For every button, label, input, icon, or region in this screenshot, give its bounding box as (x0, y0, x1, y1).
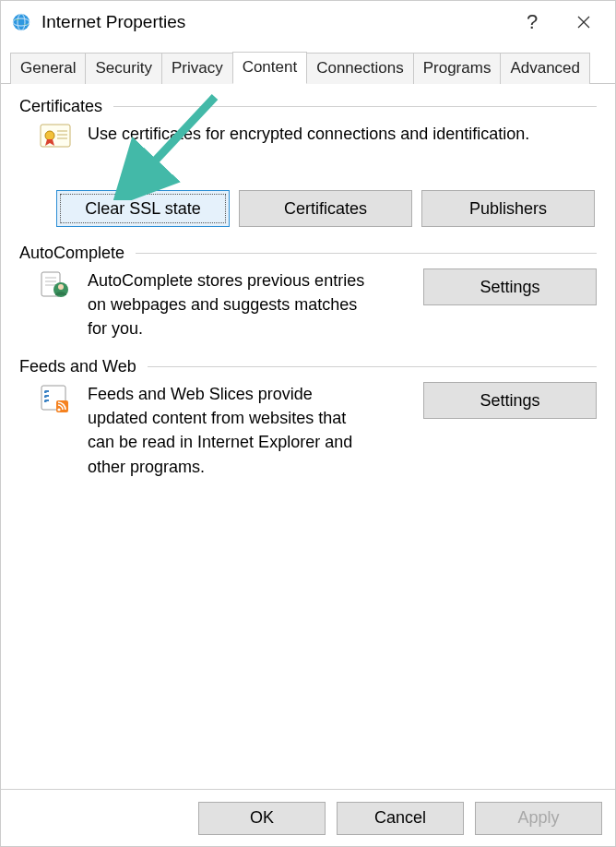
tab-content[interactable]: Content (232, 52, 308, 84)
tab-security[interactable]: Security (85, 53, 161, 84)
autocomplete-icon (38, 270, 73, 305)
autocomplete-description: AutoComplete stores previous entries on … (88, 268, 373, 340)
feeds-icon (38, 384, 73, 419)
tab-bar: General Security Privacy Content Connect… (1, 43, 615, 84)
window-title: Internet Properties (41, 12, 185, 32)
tab-connections[interactable]: Connections (306, 53, 414, 84)
tab-privacy[interactable]: Privacy (161, 53, 233, 84)
tab-programs[interactable]: Programs (413, 53, 502, 84)
tab-panel-content: Certificates Use certificates for encryp… (1, 84, 615, 789)
feeds-settings-button[interactable]: Settings (423, 382, 597, 419)
internet-options-icon (10, 11, 32, 33)
tab-advanced[interactable]: Advanced (500, 53, 590, 84)
divider (113, 106, 597, 107)
tab-general[interactable]: General (10, 53, 86, 84)
dialog-footer: OK Cancel Apply (1, 789, 615, 846)
group-feeds: Feeds and Web (19, 357, 597, 478)
close-icon (576, 15, 591, 30)
group-autocomplete-legend: AutoComplete (19, 244, 124, 263)
svg-point-19 (57, 409, 60, 412)
publishers-button[interactable]: Publishers (421, 190, 595, 227)
feeds-description: Feeds and Web Slices provide updated con… (88, 382, 373, 478)
svg-point-16 (58, 284, 64, 290)
clear-ssl-state-button[interactable]: Clear SSL state (56, 190, 230, 227)
certificate-icon (38, 124, 73, 159)
cancel-button[interactable]: Cancel (337, 802, 464, 835)
group-feeds-legend: Feeds and Web (19, 357, 136, 376)
divider (148, 366, 597, 367)
internet-properties-window: Internet Properties ? General Security P… (0, 0, 616, 847)
group-certificates: Certificates Use certificates for encryp… (19, 97, 597, 227)
ok-button[interactable]: OK (198, 802, 326, 835)
group-certificates-legend: Certificates (19, 97, 102, 116)
certificates-description: Use certificates for encrypted connectio… (88, 122, 529, 146)
close-button[interactable] (558, 2, 610, 42)
divider (136, 253, 597, 254)
group-autocomplete: AutoComplete AutoComplete stores previ (19, 244, 597, 340)
svg-point-7 (45, 131, 54, 140)
apply-button[interactable]: Apply (475, 802, 602, 835)
help-button[interactable]: ? (506, 2, 558, 42)
svg-point-0 (13, 14, 30, 30)
titlebar: Internet Properties ? (1, 1, 615, 43)
certificates-button[interactable]: Certificates (239, 190, 412, 227)
autocomplete-settings-button[interactable]: Settings (423, 268, 597, 305)
